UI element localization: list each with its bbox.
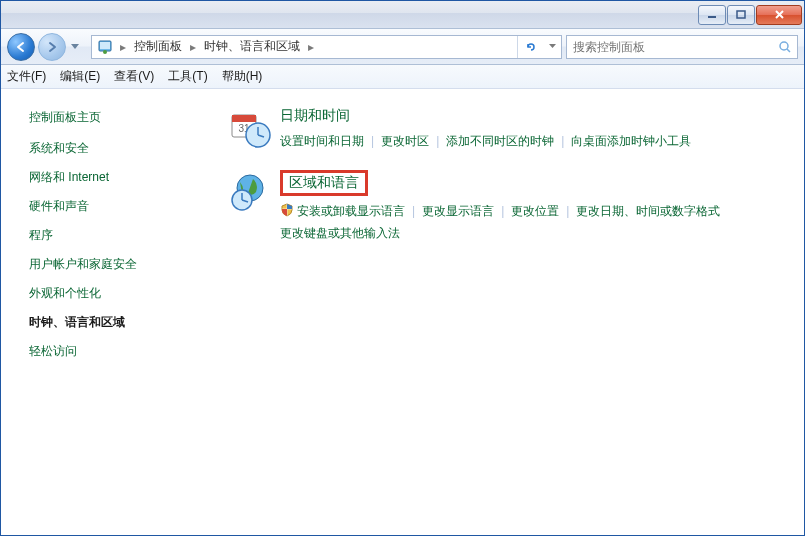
category-date-time: 31 日期和时间 设置时间和日期|更改时区|添加不同时区的时钟|向桌面添加时钟小… (228, 107, 784, 152)
sidebar-item[interactable]: 网络和 Internet (29, 169, 208, 186)
forward-button[interactable] (38, 33, 66, 61)
menu-tools[interactable]: 工具(T) (168, 68, 207, 85)
search-input[interactable] (567, 36, 773, 58)
sidebar-item[interactable]: 程序 (29, 227, 208, 244)
shield-icon (280, 202, 294, 216)
content-area: 31 日期和时间 设置时间和日期|更改时区|添加不同时区的时钟|向桌面添加时钟小… (216, 89, 804, 535)
category-link[interactable]: 更改显示语言 (422, 204, 494, 218)
control-panel-icon (96, 38, 114, 56)
link-divider: | (371, 134, 374, 148)
svg-line-6 (787, 49, 790, 52)
sidebar-item[interactable]: 外观和个性化 (29, 285, 208, 302)
menubar: 文件(F) 编辑(E) 查看(V) 工具(T) 帮助(H) (1, 65, 804, 89)
search-icon[interactable] (773, 40, 797, 54)
breadcrumb-separator: ▸ (190, 40, 196, 54)
navbar: ▸ 控制面板 ▸ 时钟、语言和区域 ▸ (1, 29, 804, 65)
link-divider: | (566, 204, 569, 218)
category-link[interactable]: 安装或卸载显示语言 (297, 204, 405, 218)
link-divider: | (561, 134, 564, 148)
menu-file[interactable]: 文件(F) (7, 68, 46, 85)
sidebar-item[interactable]: 轻松访问 (29, 343, 208, 360)
menu-help[interactable]: 帮助(H) (222, 68, 263, 85)
breadcrumb-item[interactable]: 控制面板 (128, 36, 188, 58)
category-title[interactable]: 日期和时间 (280, 107, 350, 125)
svg-rect-8 (232, 115, 256, 122)
category-region-language: 区域和语言 安装或卸载显示语言|更改显示语言|更改位置|更改日期、时间或数字格式… (228, 170, 784, 244)
category-link[interactable]: 设置时间和日期 (280, 134, 364, 148)
sidebar-item[interactable]: 时钟、语言和区域 (29, 314, 208, 331)
category-link[interactable]: 更改位置 (511, 204, 559, 218)
close-button[interactable] (756, 5, 802, 25)
sidebar: 控制面板主页 系统和安全网络和 Internet硬件和声音程序用户帐户和家庭安全… (1, 89, 216, 535)
maximize-button[interactable] (727, 5, 755, 25)
svg-point-4 (103, 50, 107, 54)
category-link[interactable]: 更改键盘或其他输入法 (280, 226, 400, 240)
history-dropdown[interactable] (69, 37, 81, 57)
link-divider: | (436, 134, 439, 148)
sidebar-item[interactable]: 系统和安全 (29, 140, 208, 157)
sidebar-item[interactable]: 硬件和声音 (29, 198, 208, 215)
back-button[interactable] (7, 33, 35, 61)
address-bar[interactable]: ▸ 控制面板 ▸ 时钟、语言和区域 ▸ (91, 35, 562, 59)
breadcrumb-item[interactable]: 时钟、语言和区域 (198, 36, 306, 58)
search-box[interactable] (566, 35, 798, 59)
sidebar-title[interactable]: 控制面板主页 (29, 109, 208, 126)
breadcrumb-separator: ▸ (120, 40, 126, 54)
menu-view[interactable]: 查看(V) (114, 68, 154, 85)
address-dropdown-icon[interactable] (543, 44, 561, 49)
svg-rect-3 (100, 42, 110, 49)
category-title-highlighted[interactable]: 区域和语言 (280, 170, 368, 196)
globe-icon (228, 170, 272, 214)
breadcrumb-separator: ▸ (308, 40, 314, 54)
link-divider: | (501, 204, 504, 218)
minimize-button[interactable] (698, 5, 726, 25)
link-divider: | (412, 204, 415, 218)
menu-edit[interactable]: 编辑(E) (60, 68, 100, 85)
svg-rect-1 (737, 11, 745, 18)
refresh-button[interactable] (517, 36, 543, 58)
sidebar-item[interactable]: 用户帐户和家庭安全 (29, 256, 208, 273)
category-link[interactable]: 更改日期、时间或数字格式 (576, 204, 720, 218)
category-link[interactable]: 添加不同时区的时钟 (446, 134, 554, 148)
titlebar (1, 1, 804, 29)
category-link[interactable]: 向桌面添加时钟小工具 (571, 134, 691, 148)
svg-rect-0 (708, 16, 716, 18)
clock-icon: 31 (228, 107, 272, 151)
category-link[interactable]: 更改时区 (381, 134, 429, 148)
svg-point-5 (780, 42, 788, 50)
